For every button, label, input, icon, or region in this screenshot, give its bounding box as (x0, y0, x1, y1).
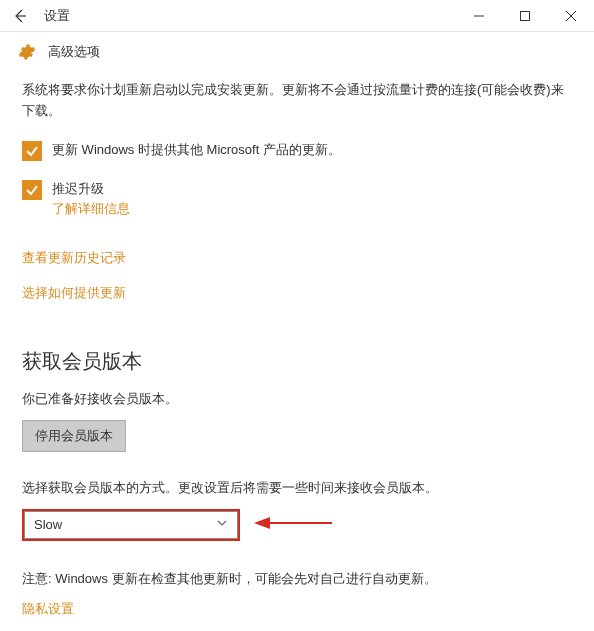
sub-header: 高级选项 (0, 32, 594, 72)
chevron-down-icon (216, 517, 228, 532)
svg-marker-6 (254, 517, 270, 529)
insider-ready-text: 你已准备好接收会员版本。 (22, 389, 572, 410)
window-controls (456, 0, 594, 32)
content-area: 系统将要求你计划重新启动以完成安装更新。更新将不会通过按流量计费的连接(可能会收… (0, 72, 594, 630)
gear-icon (18, 43, 36, 61)
learn-more-link[interactable]: 了解详细信息 (52, 200, 130, 218)
svg-rect-2 (521, 11, 530, 20)
checkbox-label-microsoft-updates: 更新 Windows 时提供其他 Microsoft 产品的更新。 (52, 140, 341, 160)
close-button[interactable] (548, 0, 594, 32)
back-button[interactable] (0, 0, 40, 32)
maximize-button[interactable] (502, 0, 548, 32)
checkbox-row-defer-upgrades: 推迟升级 了解详细信息 (22, 179, 572, 231)
minimize-icon (474, 11, 484, 21)
sub-header-title: 高级选项 (48, 43, 100, 61)
checkbox-defer-upgrades[interactable] (22, 180, 42, 200)
stop-insider-button[interactable]: 停用会员版本 (22, 420, 126, 452)
dropdown-row: Slow (22, 509, 572, 541)
maximize-icon (520, 11, 530, 21)
insider-ring-dropdown[interactable]: Slow (22, 509, 240, 541)
window-title: 设置 (44, 7, 70, 25)
update-history-link[interactable]: 查看更新历史记录 (22, 249, 126, 267)
titlebar: 设置 (0, 0, 594, 32)
checkbox-label-defer-upgrades: 推迟升级 (52, 179, 130, 199)
callout-arrow-icon (254, 513, 334, 537)
delivery-optimization-link[interactable]: 选择如何提供更新 (22, 284, 126, 302)
check-icon (25, 144, 39, 158)
checkbox-microsoft-updates[interactable] (22, 141, 42, 161)
insider-note-text: 注意: Windows 更新在检查其他更新时，可能会先对自己进行自动更新。 (22, 569, 572, 590)
insider-method-text: 选择获取会员版本的方式。更改设置后将需要一些时间来接收会员版本。 (22, 478, 572, 499)
checkbox-row-microsoft-updates: 更新 Windows 时提供其他 Microsoft 产品的更新。 (22, 140, 572, 161)
back-arrow-icon (12, 8, 28, 24)
insider-heading: 获取会员版本 (22, 348, 572, 375)
minimize-button[interactable] (456, 0, 502, 32)
dropdown-value: Slow (34, 517, 62, 532)
check-icon (25, 183, 39, 197)
privacy-settings-link[interactable]: 隐私设置 (22, 600, 74, 618)
close-icon (566, 11, 576, 21)
intro-text: 系统将要求你计划重新启动以完成安装更新。更新将不会通过按流量计费的连接(可能会收… (22, 80, 572, 122)
